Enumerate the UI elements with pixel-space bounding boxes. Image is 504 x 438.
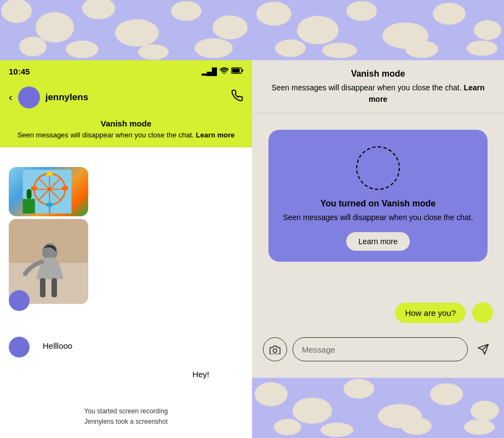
- svg-rect-24: [62, 186, 68, 190]
- svg-point-39: [474, 20, 501, 40]
- svg-point-36: [346, 1, 377, 21]
- svg-point-38: [433, 3, 466, 25]
- input-bar: [263, 337, 493, 361]
- username-label: jennylens: [45, 92, 88, 103]
- send-button[interactable]: [473, 339, 493, 359]
- right-panel: Vanish mode Seen messages will disappear…: [252, 0, 504, 438]
- svg-point-7: [19, 37, 47, 56]
- avatar-dot-left: [9, 290, 30, 311]
- avatar-dot-left2: [9, 337, 30, 358]
- svg-point-49: [293, 397, 332, 424]
- svg-point-53: [471, 401, 499, 420]
- svg-point-57: [464, 419, 495, 435]
- svg-point-42: [405, 41, 438, 58]
- svg-point-2: [36, 12, 74, 43]
- svg-point-50: [343, 379, 374, 399]
- svg-point-54: [274, 419, 301, 435]
- status-time: 10:45: [9, 67, 30, 76]
- wifi-icon: [220, 67, 228, 76]
- right-vanish-header: Vanish mode Seen messages will disappear…: [252, 60, 504, 113]
- svg-rect-32: [51, 278, 57, 297]
- avatar: [18, 87, 40, 108]
- left-phone-panel: 10:45 ▂▄█ ‹ jennylens Vanish mode Seen m…: [0, 0, 252, 438]
- right-vanish-subtitle: Seen messages will disappear when you cl…: [268, 82, 488, 105]
- message-input[interactable]: [293, 337, 468, 361]
- svg-point-4: [115, 19, 159, 47]
- svg-point-55: [320, 423, 353, 437]
- svg-rect-23: [31, 186, 37, 190]
- svg-point-44: [273, 349, 277, 353]
- svg-point-6: [213, 15, 248, 39]
- left-top-bg: [0, 0, 252, 60]
- svg-rect-21: [47, 172, 53, 176]
- svg-rect-26: [27, 189, 32, 199]
- svg-point-41: [322, 43, 357, 58]
- svg-rect-25: [23, 199, 35, 214]
- status-bar: 10:45 ▂▄█: [0, 60, 252, 82]
- vanish-title: Vanish mode: [11, 119, 241, 128]
- back-button[interactable]: ‹: [9, 91, 13, 103]
- svg-point-35: [297, 16, 339, 44]
- right-top-bg: [252, 0, 504, 60]
- svg-rect-31: [40, 278, 45, 297]
- vanish-subtitle: Seen messages will disappear when you cl…: [11, 130, 241, 140]
- how-are-you-bubble: How are you?: [395, 303, 466, 323]
- svg-point-43: [467, 41, 497, 56]
- svg-point-5: [171, 1, 202, 21]
- vanish-dashed-circle: [356, 146, 400, 190]
- svg-point-1: [1, 0, 32, 23]
- right-bottom-bg: [252, 378, 504, 438]
- header-left: ‹ jennylens: [9, 87, 88, 108]
- avatar-dot-right: [222, 364, 243, 385]
- call-button[interactable]: [231, 90, 243, 105]
- notif-recording: You started screen recording: [11, 406, 241, 417]
- learn-more-button[interactable]: Learn more: [346, 232, 410, 251]
- svg-point-40: [275, 39, 306, 57]
- signal-icon: ▂▄█: [202, 67, 217, 76]
- green-dot-avatar: [472, 302, 493, 323]
- status-icons: ▂▄█: [202, 67, 243, 76]
- camera-button[interactable]: [263, 337, 287, 361]
- svg-point-48: [255, 382, 288, 406]
- svg-point-8: [66, 41, 99, 58]
- battery-icon: [231, 67, 243, 76]
- vanish-card-title: You turned on Vanish mode: [279, 199, 477, 209]
- ferris-image-msg: [9, 167, 88, 221]
- svg-point-56: [401, 417, 432, 435]
- vanish-mode-card: You turned on Vanish mode Seen messages …: [268, 130, 488, 262]
- svg-point-10: [194, 38, 233, 58]
- chat-header: ‹ jennylens: [0, 82, 252, 112]
- svg-point-34: [256, 2, 291, 26]
- vanish-mode-banner: Vanish mode Seen messages will disappear…: [0, 112, 252, 147]
- vanish-card-subtitle: Seen messages will disappear when you cl…: [279, 212, 477, 223]
- hey-bubble: Hey!: [184, 364, 218, 384]
- svg-rect-13: [242, 70, 243, 72]
- svg-point-52: [430, 383, 463, 405]
- bottom-notifications: You started screen recording Jennylens t…: [0, 406, 252, 427]
- svg-point-9: [138, 44, 169, 60]
- hello-bubble: Helllooo: [34, 336, 81, 356]
- svg-rect-12: [232, 68, 240, 72]
- notif-screenshot: Jennylens took a screenshot: [11, 417, 241, 427]
- right-vanish-title: Vanish mode: [268, 69, 488, 79]
- learn-more-link-left[interactable]: Learn more: [196, 131, 235, 139]
- right-main-area: Vanish mode Seen messages will disappear…: [252, 60, 504, 378]
